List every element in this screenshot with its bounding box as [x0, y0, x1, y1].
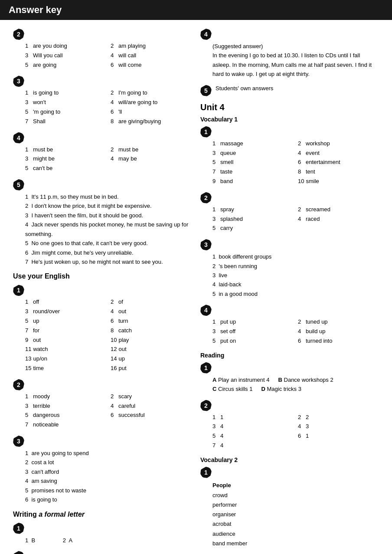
list-item: 3Will you call: [25, 51, 106, 60]
list-item: 15time: [25, 364, 106, 373]
exercise-5-block: 5 1 It's 11 p.m, so they must be in bed.…: [13, 179, 192, 267]
list-item: 34: [212, 422, 294, 431]
list-item: 3might be: [25, 154, 106, 164]
list-item: 2workshop: [298, 139, 379, 148]
unit-4-title: Unit 4: [200, 102, 379, 112]
list-item: 1 It's 11 p.m, so they must be in bed.: [25, 192, 192, 201]
list-item: 4raced: [298, 215, 379, 224]
vocab2-exercise-1-block: 1 People crowd performer organiser acrob…: [200, 467, 379, 554]
use-your-english-title: Use your English: [13, 272, 192, 280]
list-item: 7noticeable: [25, 420, 106, 429]
people-words: crowd performer organiser acrobat audien…: [212, 491, 379, 548]
vocab1-exercise-3-answers: 1 book different groups 2 's been runnin…: [212, 252, 379, 298]
list-item: 2 A: [63, 537, 72, 544]
list-item: 6entertainment: [298, 158, 379, 167]
list-item: 10play: [111, 336, 192, 345]
list-item: performer: [212, 500, 379, 510]
uye-exercise-3-block: 3 1 are you going to spend 2 cost a lot …: [13, 436, 192, 505]
list-item: 7taste: [212, 167, 294, 177]
list-item: 61: [298, 432, 379, 441]
vocab1-exercise-3-number: 3: [200, 239, 212, 250]
list-item: 2 I don't know the price, but it might b…: [25, 201, 192, 210]
vocab1-exercise-1-answers: 1massage 2workshop 3queue 4event 5smell …: [212, 139, 379, 186]
students-own-text: Students' own answers: [216, 85, 273, 92]
list-item: 1moody: [25, 392, 106, 401]
list-item: 4may be: [111, 154, 192, 164]
list-item: 54: [212, 432, 294, 441]
list-item: 3won't: [25, 98, 106, 107]
list-item: 43: [298, 422, 379, 431]
list-item: 3 can't afford: [25, 467, 192, 476]
uye-exercise-1-block: 1 1off 2of 3round/over 4out 5up 6turn 7f…: [13, 285, 192, 373]
list-item: 2am playing: [111, 42, 192, 51]
list-item: 4 laid-back: [212, 280, 379, 289]
suggested-answer-block: 4 (Suggested answer) In the evening I go…: [200, 29, 379, 79]
writing-exercise-1-answers: 1 B 2 A: [25, 536, 192, 545]
vocabulary-1-title: Vocabulary 1: [200, 116, 379, 123]
list-item: 3 I haven't seen the film, but it should…: [25, 211, 192, 220]
list-item: 3queue: [212, 149, 294, 158]
students-own-answers-block: 5 Students' own answers: [200, 85, 379, 96]
list-item: 13up/on: [25, 354, 106, 364]
list-item: 22: [298, 413, 379, 422]
vocab1-exercise-4-block: 4 1put up 2tuned up 3set off 4build up 5…: [200, 305, 379, 345]
list-item: B Dance workshops 2: [278, 375, 333, 384]
list-item: 3round/over: [25, 307, 106, 316]
suggested-label: (Suggested answer): [212, 42, 379, 51]
reading-exercise-2-number: 2: [200, 400, 212, 411]
list-item: 5 in a good mood: [212, 289, 379, 298]
list-item: 1is going to: [25, 89, 106, 98]
list-item: 5put on: [212, 337, 294, 346]
uye-exercise-3-answers: 1 are you going to spend 2 cost a lot 3 …: [25, 449, 192, 505]
list-item: 5are going: [25, 61, 106, 70]
list-item: 2must be: [111, 145, 192, 154]
list-item: 10smile: [298, 177, 379, 186]
list-item: organiser: [212, 510, 379, 519]
reading-exercise-2-answers: 11 22 34 43 54 61 74: [212, 413, 379, 450]
list-item: 2 cost a lot: [25, 458, 192, 467]
list-item: 8tent: [298, 167, 379, 177]
suggested-answer-number: 4: [200, 29, 212, 40]
exercise-2-answers: 1are you doing 2am playing 3Will you cal…: [25, 42, 192, 69]
list-item: 4event: [298, 149, 379, 158]
list-item: 8are giving/buying: [111, 117, 192, 126]
list-item: 3terrible: [25, 402, 106, 411]
list-item: 1put up: [212, 318, 294, 327]
list-item: 3 live: [212, 271, 379, 280]
list-item: 74: [212, 441, 294, 450]
list-item: 1 B: [25, 537, 35, 544]
list-item: 5 No one goes to that cafe, it can't be …: [25, 239, 192, 248]
exercise-2-block: 2 1are you doing 2am playing 3Will you c…: [13, 29, 192, 69]
list-item: 4will call: [111, 51, 192, 60]
list-item: 4will/are going to: [111, 98, 192, 107]
vocab1-exercise-1-block: 1 1massage 2workshop 3queue 4event 5smel…: [200, 126, 379, 186]
suggested-answer-text: (Suggested answer) In the evening I go t…: [212, 42, 379, 79]
list-item: 2scary: [111, 392, 192, 401]
list-item: 1must be: [25, 145, 106, 154]
list-item: 5can't be: [25, 164, 106, 173]
list-item: A Play an instrument 4: [212, 375, 270, 384]
right-column: 4 (Suggested answer) In the evening I go…: [200, 29, 379, 554]
list-item: 9band: [212, 177, 294, 186]
uye-exercise-3-number: 3: [13, 436, 24, 447]
suggested-content: In the evening I go to bed at 10.30. I l…: [212, 51, 379, 79]
list-item: 5'm going to: [25, 108, 106, 117]
left-column: 2 1are you doing 2am playing 3Will you c…: [13, 29, 192, 554]
reading-row: A Play an instrument 4 B Dance workshops…: [212, 375, 379, 384]
list-item: 5dangerous: [25, 411, 106, 420]
list-item: 6will come: [111, 61, 192, 70]
students-own-number: 5: [200, 85, 212, 96]
reading-exercise-1-block: 1 A Play an instrument 4 B Dance worksho…: [200, 362, 379, 394]
reading-exercise-1-answers: A Play an instrument 4 B Dance workshops…: [212, 375, 379, 394]
list-item: 1 book different groups: [212, 252, 379, 261]
vocabulary-2-title: Vocabulary 2: [200, 456, 379, 463]
list-item: 1off: [25, 298, 106, 307]
header: Answer key: [0, 0, 392, 20]
vocab1-exercise-4-number: 4: [200, 305, 212, 316]
list-item: 3splashed: [212, 215, 294, 224]
list-item: 6 Jim might come, but he's very unreliab…: [25, 248, 192, 257]
list-item: 12out: [111, 345, 192, 354]
list-item: 6successful: [111, 411, 192, 420]
list-item: 6turned into: [298, 337, 379, 346]
list-item: 4build up: [298, 327, 379, 336]
